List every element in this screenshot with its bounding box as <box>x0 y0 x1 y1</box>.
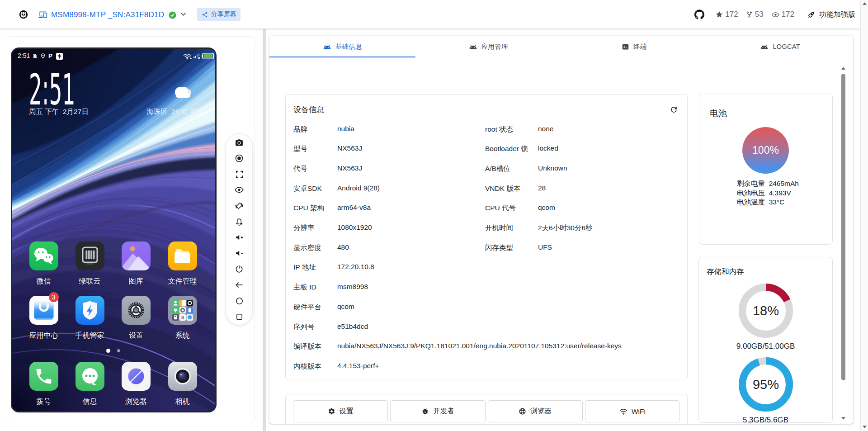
github-icon[interactable] <box>694 9 704 19</box>
battery-status-icon <box>202 53 214 59</box>
file-manager-icon <box>168 242 197 270</box>
app-label: 应用中心 <box>21 331 67 341</box>
open-developer-button[interactable]: 开发者 <box>390 400 485 422</box>
page-scroll-down-icon[interactable] <box>863 426 867 428</box>
memory-label: 5.3GB/5.6GB <box>699 416 832 424</box>
refresh-button[interactable] <box>668 104 679 115</box>
device-info-cell: 28 <box>538 184 546 192</box>
location-icon <box>40 53 46 59</box>
device-info-row: 分辨率1080x1920开机时间2天6小时30分6秒 <box>286 223 687 232</box>
screen-visibility-button[interactable] <box>234 185 244 195</box>
watchers-eye-icon <box>772 12 779 18</box>
battery-stats: 剩余电量 2465mAh 电池电压 4.393V 电池温度 33°C <box>737 179 799 207</box>
system-folder-icon: 8 <box>168 296 197 325</box>
app-wechat[interactable]: 微信 <box>21 242 67 270</box>
app-logo-panda-icon[interactable] <box>19 10 28 19</box>
app-ugreen-cloud[interactable]: 绿联云 <box>67 242 113 270</box>
device-info-cell: e51b4dcd <box>337 322 368 331</box>
phone-screen-mirror[interactable]: 2:51 P <box>11 47 217 412</box>
storage-card: 存储和内存 18% 9.00GB/51.00GB 95% 5.3GB/5.6GB <box>698 257 833 423</box>
device-info-row: 代号NX563JA/B槽位Unknown <box>286 164 687 173</box>
tab-basic-info[interactable]: 基础信息 <box>269 36 415 57</box>
device-dropdown-chevron-icon[interactable] <box>180 12 186 16</box>
notification-mute-icon <box>32 53 38 59</box>
app-system-folder[interactable]: 8 系统 <box>160 296 206 325</box>
app-gallery[interactable]: 图库 <box>113 242 159 270</box>
fullscreen-button[interactable] <box>234 169 244 179</box>
app-app-center[interactable]: 3 应用中心 <box>21 296 67 325</box>
app-file-manager[interactable]: 文件管理 <box>160 242 206 270</box>
memory-donut: 95% <box>739 357 793 412</box>
share-screen-button[interactable]: 分享屏幕 <box>197 8 241 21</box>
tab-logcat[interactable]: LOGCAT <box>707 36 853 57</box>
device-info-row: 内核版本4.4.153-perf+ <box>286 362 687 371</box>
screenshot-button[interactable] <box>234 137 244 147</box>
app-camera[interactable]: 相机 <box>160 362 206 391</box>
recents-button[interactable] <box>234 312 244 322</box>
github-forks-count: 53 <box>755 10 764 19</box>
app-phone-manager[interactable]: 手机管家 <box>67 296 113 325</box>
device-info-cell: 2天6小时30分6秒 <box>538 223 593 233</box>
open-settings-button[interactable]: 设置 <box>293 400 388 422</box>
device-info-cell: VNDK 版本 <box>485 184 520 194</box>
header-bar: MSM8998-MTP _SN:A31F8D1D 分享屏幕 172 <box>0 0 861 29</box>
device-info-cell: 编译版本 <box>293 342 321 351</box>
rotate-screen-button[interactable] <box>234 201 244 211</box>
storage-title: 存储和内存 <box>707 267 744 277</box>
scroll-up-arrow-icon[interactable] <box>841 67 845 70</box>
device-info-title: 设备信息 <box>293 104 324 115</box>
panel-scrollbar[interactable] <box>840 66 847 424</box>
app-dialer[interactable]: 拨号 <box>21 362 67 391</box>
active-tab-indicator <box>269 57 415 58</box>
page-scrollbar[interactable] <box>860 0 868 431</box>
device-info-row: 编译版本nubia/NX563J/NX563J:9/PKQ1.181021.00… <box>286 342 687 351</box>
device-info-cell: 型号 <box>293 144 307 154</box>
device-info-cell: Bootloader 锁 <box>485 144 528 154</box>
github-stars-count: 172 <box>725 10 738 19</box>
app-browser[interactable]: 浏览器 <box>113 362 159 391</box>
device-info-cell: qcom <box>337 303 354 311</box>
volume-up-button[interactable] <box>234 232 244 242</box>
scrollbar-thumb[interactable] <box>841 74 845 380</box>
volume-down-button[interactable] <box>234 248 244 258</box>
device-info-cell: 安卓SDK <box>293 184 322 194</box>
app-label: 图库 <box>113 277 159 286</box>
page-scroll-up-icon[interactable] <box>863 2 867 5</box>
open-wifi-button[interactable]: WiFi <box>585 400 680 422</box>
device-info-cell: arm64-v8a <box>337 204 371 212</box>
clock-widget-date: 周五 下午 2月27日 <box>29 107 89 117</box>
device-name[interactable]: MSM8998-MTP _SN:A31F8D1D <box>51 10 164 19</box>
notification-settings-button[interactable] <box>234 217 244 227</box>
app-label: 信息 <box>67 397 113 407</box>
enhanced-version-link[interactable]: 功能加强版 <box>819 10 855 19</box>
tab-terminal[interactable]: 终端 <box>561 36 708 57</box>
app-label: 相机 <box>160 397 206 407</box>
device-info-cell: 1080x1920 <box>337 223 372 232</box>
status-time: 2:51 <box>18 52 30 59</box>
panel-resize-divider[interactable] <box>263 29 266 431</box>
ugreen-cloud-icon <box>75 242 104 270</box>
power-button[interactable] <box>234 264 244 274</box>
back-button[interactable] <box>234 280 244 290</box>
tab-app-management[interactable]: 应用管理 <box>415 36 561 57</box>
storage-label: 9.00GB/51.00GB <box>699 342 832 351</box>
device-info-cell: 480 <box>337 243 349 251</box>
star-icon <box>716 11 723 18</box>
device-info-row: 品牌nubiaroot 状态none <box>286 125 687 134</box>
device-info-row: 序列号e51b4dcd <box>286 322 687 332</box>
open-browser-button[interactable]: 浏览器 <box>488 400 583 422</box>
app-settings[interactable]: 设置 <box>113 296 159 325</box>
quick-button-label: 开发者 <box>433 407 454 416</box>
app-label: 拨号 <box>21 397 67 407</box>
storage-donut: 18% <box>739 284 793 338</box>
svg-text:8: 8 <box>181 315 184 320</box>
device-info-cell: CPU 架构 <box>293 204 324 213</box>
device-info-cell: 4.4.153-perf+ <box>337 362 379 370</box>
home-button[interactable] <box>234 296 244 306</box>
weather-cloud-icon <box>172 82 195 100</box>
device-info-cell: 序列号 <box>293 322 315 332</box>
device-info-cell: Android 9(28) <box>337 184 380 192</box>
app-messages[interactable]: 信息 <box>67 362 113 391</box>
screen-record-button[interactable] <box>234 153 244 163</box>
scroll-down-arrow-icon[interactable] <box>841 417 845 420</box>
